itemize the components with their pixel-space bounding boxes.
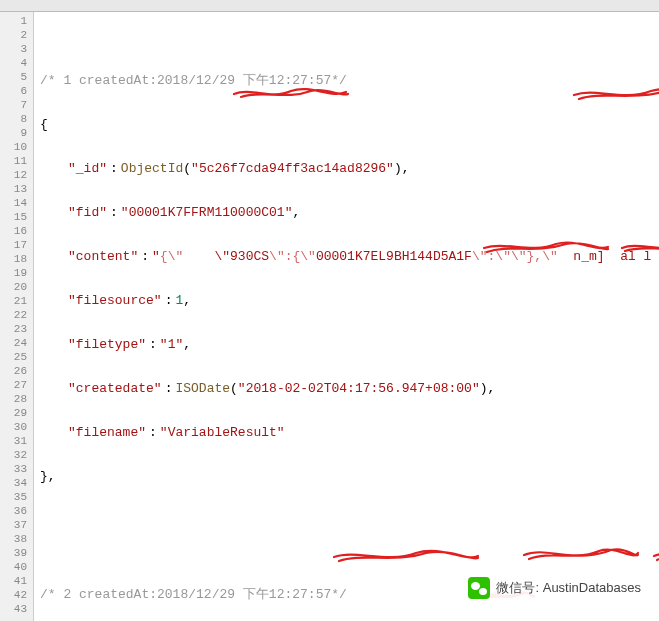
content-value: "{\" \"930CS\":{\"00001K7EL9BH144D5A1F\"… [152, 249, 659, 264]
title-bar [0, 0, 659, 12]
key-filetype: "filetype" [68, 337, 146, 352]
wechat-watermark: 微信号: AustinDatabases [464, 575, 645, 601]
objectid-fn: ObjectId [121, 161, 183, 176]
key-fid: "fid" [68, 205, 107, 220]
comment: /* 2 createdAt:2018/12/29 下午12:27:57*/ [40, 587, 347, 602]
wechat-icon [468, 577, 490, 599]
line-number-gutter: 1234567891011121314151617181920212223242… [0, 12, 34, 621]
close-brace: }, [40, 469, 56, 484]
open-brace: { [40, 117, 48, 132]
wechat-label: 微信号: AustinDatabases [496, 579, 641, 597]
code-area[interactable]: /* 1 createdAt:2018/12/29 下午12:27:57*/ {… [34, 12, 659, 621]
key-filename: "filename" [68, 425, 146, 440]
isodate-fn: ISODate [175, 381, 230, 396]
filename-value: "VariableResult" [160, 425, 285, 440]
id-value: "5c26f7cda94ff3ac14ad8296" [191, 161, 394, 176]
key-content: "content" [68, 249, 138, 264]
key-id: "_id" [68, 161, 107, 176]
code-editor: 1234567891011121314151617181920212223242… [0, 12, 659, 621]
comment: /* 1 createdAt:2018/12/29 下午12:27:57*/ [40, 73, 347, 88]
fid-value: "00001K7FFRM110000C01" [121, 205, 293, 220]
key-createdate: "createdate" [68, 381, 162, 396]
redaction-scribble-5 [284, 532, 481, 586]
filetype-value: "1" [160, 337, 183, 352]
createdate-value: "2018-02-02T04:17:56.947+08:00" [238, 381, 480, 396]
key-filesource: "filesource" [68, 293, 162, 308]
